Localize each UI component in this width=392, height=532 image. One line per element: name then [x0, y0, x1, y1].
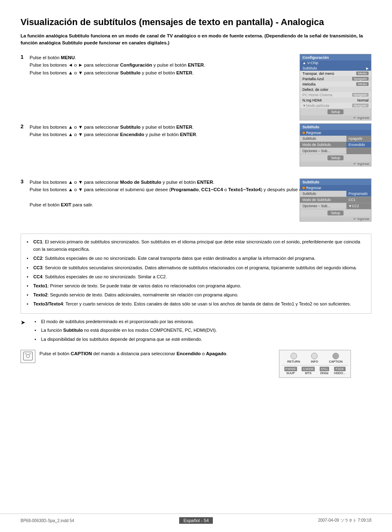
setup-button-2: Setup — [327, 155, 343, 160]
suup-label: SUUP — [284, 371, 297, 375]
still-btn: STILL — [320, 367, 329, 371]
ingresar-text-3: ↵ Ingresar — [300, 217, 371, 221]
subtitle-panel-3-title: Subtítulo — [300, 179, 371, 185]
transpar-row: Transpar. del menú Medio — [300, 71, 371, 76]
config-panel-title: Configuración — [300, 54, 371, 60]
ingresar-text-2: ↵ Ingresar — [300, 162, 371, 166]
defect-color-row: Defect. de color — [300, 87, 371, 92]
subtitle-panel-3: Subtítulo Regresar Subtítulo Modo de Sub… — [300, 178, 371, 222]
caption-icon-box — [21, 350, 35, 363]
regresar-row-2: Regresar — [300, 130, 371, 136]
subtitle-panel-3-footer: Setup — [300, 209, 371, 217]
step-number-2: 2 — [21, 123, 30, 139]
bullet-texto1: • Texto1: Primer servicio de texto. Se p… — [27, 282, 365, 289]
hddo-label: HDDO... — [334, 371, 346, 375]
setup-button: Setup — [327, 109, 343, 114]
svg-rect-2 — [25, 353, 27, 354]
regresar-row-3: Regresar — [300, 185, 371, 191]
pc-home-cinema-row: PC Home Cinema Apagado — [300, 92, 371, 97]
subtitle-panel-2-footer: Setup — [300, 154, 371, 162]
intro-text: La función analógica Subtitulo funciona … — [21, 32, 371, 47]
nmg-hdmi-row: N.mg HDMI Normal — [300, 97, 371, 103]
subtitulo-label-3: Subtítulo — [300, 191, 346, 197]
subtitle-panel-2-options: Apagado Encendido — [346, 136, 371, 154]
psize-btn: P.SIZE — [334, 367, 346, 371]
subtitle-panel-3-menu: Subtítulo Modo de Subtítulo Opciones – S… — [300, 191, 371, 209]
footer-right: 2007-04-09 ソラネト 7:09:18 — [318, 518, 371, 523]
info-button — [311, 353, 318, 359]
note-3: • La disponibilidad de los subtítulos de… — [28, 335, 217, 343]
subtitle-panel-2-menu: Subtítulo Modo de Subtítulo Opciones – S… — [300, 136, 371, 154]
option-cc1: CC1 — [346, 197, 371, 203]
option-encendido: Encendido — [346, 142, 371, 148]
svg-point-1 — [26, 354, 30, 358]
step-number-1: 1 — [21, 54, 30, 76]
page-number: Español - 54 — [179, 517, 213, 524]
option-apagado: Apagado — [346, 136, 371, 142]
dnse-label: DNSe — [320, 371, 329, 375]
bullet-cc4: • CC4: Subtítulos especiales de uso no s… — [27, 273, 365, 280]
bullet-cc1: • CC1: El servicio primario de subtítulo… — [27, 238, 365, 253]
caption-button — [332, 353, 339, 359]
subtitulo-selected-row: Subtítulo — [300, 65, 371, 71]
setup-button-3: Setup — [327, 210, 343, 215]
pantalla-azul-row: Pantalla Azul Apagado — [300, 76, 371, 81]
caption-text: Pulse el botón CAPTION del mando a dista… — [39, 350, 228, 357]
subtitulo-label: Subtítulo — [300, 136, 346, 142]
page-footer: BP68-00630D-Spa_2.indd 54 Español - 54 2… — [0, 513, 392, 524]
option-programado: Programado — [346, 191, 371, 197]
info-label: INFO — [311, 360, 318, 363]
note-2: • La función Subtítulo no está disponibl… — [28, 326, 217, 334]
note-section: ➤ • El modo de subtítulos predeterminado… — [21, 318, 371, 344]
bullet-texto2: • Texto2: Segundo servicio de texto. Dat… — [27, 291, 365, 298]
opciones-label-3: Opciones – Sub... — [300, 203, 346, 209]
option-cc2: ▼CC2 — [346, 203, 371, 209]
modo-subtitulo-label: Modo de Subtítulo — [300, 142, 346, 148]
bullet-texto34: • Texto3/Texto4: Tercer y cuarto servici… — [27, 300, 365, 308]
config-panel-footer: Setup — [300, 108, 371, 116]
mts-label: MTS — [302, 371, 315, 375]
bullet-section: • CC1: El servicio primario de subtítulo… — [21, 234, 371, 314]
caption-label: CAPTION — [329, 360, 343, 363]
ingresar-text-1: ↵ Ingresar — [300, 116, 371, 120]
melodia-row: Melodía Medio — [300, 81, 371, 87]
remote-bottom-row: P.MODE SUUP S.MODE MTS STILL DNSe P.SIZE… — [282, 367, 348, 375]
config-panel-subtitle: ▲ V-Chip — [300, 60, 371, 65]
pmode-btn: P.MODE — [284, 367, 297, 371]
smode-btn: S.MODE — [302, 367, 315, 371]
step-number-3: 3 — [21, 178, 30, 209]
footer-left: BP68-00630D-Spa_2.indd 54 — [21, 518, 74, 523]
svg-rect-3 — [29, 353, 31, 354]
modo-subtitulo-label-3: Modo de Subtítulo — [300, 197, 346, 203]
config-panel: Configuración ▲ V-Chip Subtítulo Transpa… — [300, 54, 371, 120]
page-title: Visualización de subtítulos (mensajes de… — [21, 16, 371, 28]
bullet-cc3: • CC3: Servicio de subtítulos secundario… — [27, 264, 365, 271]
svg-rect-0 — [23, 352, 32, 360]
note-1: • El modo de subtítulos predeterminado e… — [28, 318, 217, 325]
subtitle-panel-3-options: Programado CC1 ▼CC2 — [346, 191, 371, 209]
opciones-label: Opciones – Sub... — [300, 148, 346, 154]
return-label: RETURN — [287, 360, 300, 363]
return-button — [291, 353, 297, 359]
subtitle-panel-2: Subtítulo Regresar Subtítulo Modo de Sub… — [300, 123, 371, 167]
remote-panel: RETURN INFO CAPTION P.MODE SUUP S.M — [279, 350, 351, 378]
modo-pelicula-row: ▼Modo película Apagado — [300, 103, 371, 108]
subtitle-panel-2-title: Subtítulo — [300, 124, 371, 130]
remote-top-row: RETURN INFO CAPTION — [282, 353, 348, 363]
bullet-cc2: • CC2: Subtítulos especiales de uso no s… — [27, 254, 365, 262]
